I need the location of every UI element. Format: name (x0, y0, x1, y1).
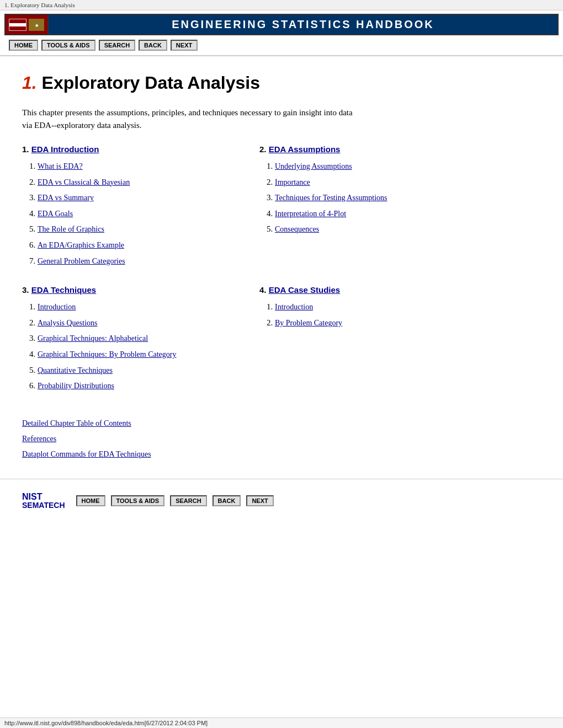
nav-buttons-row: HOME TOOLS & AIDS SEARCH BACK NEXT (4, 38, 559, 53)
list-item: Analysis Questions (38, 315, 237, 331)
section-item-link[interactable]: Analysis Questions (38, 319, 98, 327)
footer-link[interactable]: Dataplot Commands for EDA Techniques (22, 447, 475, 462)
section-list-eda-techniques: IntroductionAnalysis QuestionsGraphical … (22, 299, 237, 394)
list-item: EDA vs Classical & Bayesian (38, 174, 237, 190)
tools-button[interactable]: TOOLS & AIDS (41, 40, 95, 51)
section-item-link[interactable]: Techniques for Testing Assumptions (275, 194, 387, 202)
list-item: The Role of Graphics (38, 221, 237, 237)
nist-text: NIST (22, 493, 42, 501)
section-link-eda-intro[interactable]: EDA Introduction (31, 144, 99, 154)
list-item: Introduction (275, 299, 475, 315)
bottom-back-button[interactable]: BACK (213, 495, 241, 506)
section-item-link[interactable]: Consequences (275, 225, 319, 233)
section-link-eda-assumptions[interactable]: EDA Assumptions (269, 144, 341, 154)
nav-banner: ★ ENGINEERING STATISTICS HANDBOOK (4, 14, 559, 35)
intro-paragraph: This chapter presents the assumptions, p… (22, 106, 353, 131)
section-item-link[interactable]: General Problem Categories (38, 257, 125, 265)
top-nav-bar: ★ ENGINEERING STATISTICS HANDBOOK HOME T… (0, 14, 563, 56)
section-item-link[interactable]: Introduction (38, 303, 76, 311)
list-item: Quantitative Techniques (38, 362, 237, 378)
list-item: Consequences (275, 221, 475, 237)
bottom-search-button[interactable]: SEARCH (170, 495, 206, 506)
section-item-link[interactable]: By Problem Category (275, 319, 342, 327)
section-item-link[interactable]: Interpretation of 4-Plot (275, 210, 346, 218)
list-item: EDA vs Summary (38, 190, 237, 206)
svg-text:★: ★ (35, 23, 39, 28)
section-item-link[interactable]: Graphical Techniques: Alphabetical (38, 334, 148, 342)
list-item: Graphical Techniques: By Problem Categor… (38, 346, 237, 362)
section-item-link[interactable]: Quantitative Techniques (38, 366, 113, 374)
page-title-text: Exploratory Data Analysis (37, 73, 260, 93)
section-item-link[interactable]: EDA vs Classical & Bayesian (38, 178, 130, 186)
section-header-eda-assumptions: 2. EDA Assumptions (259, 144, 475, 154)
list-item: Introduction (38, 299, 237, 315)
list-item: Probability Distributions (38, 378, 237, 394)
nist-logo: NIST SEMATECH (22, 493, 65, 509)
browser-title: 1. Exploratory Data Analysis (0, 0, 563, 10)
list-item: Techniques for Testing Assumptions (275, 190, 475, 206)
section-item-link[interactable]: EDA Goals (38, 210, 73, 218)
sections-grid: 1. EDA IntroductionWhat is EDA?EDA vs Cl… (22, 144, 475, 399)
bottom-home-button[interactable]: HOME (76, 495, 105, 506)
list-item: What is EDA? (38, 158, 237, 174)
footer-link[interactable]: Detailed Chapter Table of Contents (22, 416, 475, 431)
bottom-tools-button[interactable]: TOOLS & AIDS (111, 495, 165, 506)
bottom-next-button[interactable]: NEXT (246, 495, 273, 506)
list-item: General Problem Categories (38, 253, 237, 269)
bottom-nav: NIST SEMATECH HOME TOOLS & AIDS SEARCH B… (22, 493, 541, 509)
emblem-icon: ★ (29, 19, 44, 31)
section-header-eda-intro: 1. EDA Introduction (22, 144, 237, 154)
main-content: 1. Exploratory Data Analysis This chapte… (0, 56, 497, 473)
section-eda-techniques: 3. EDA TechniquesIntroductionAnalysis Qu… (22, 285, 237, 394)
list-item: Importance (275, 174, 475, 190)
list-item: An EDA/Graphics Example (38, 237, 237, 253)
list-item: Graphical Techniques: Alphabetical (38, 330, 237, 346)
section-list-eda-intro: What is EDA?EDA vs Classical & BayesianE… (22, 158, 237, 269)
section-item-link[interactable]: Introduction (275, 303, 313, 311)
page-number: 1. (22, 73, 37, 93)
section-item-link[interactable]: What is EDA? (38, 162, 83, 170)
list-item: Interpretation of 4-Plot (275, 206, 475, 222)
section-item-link[interactable]: An EDA/Graphics Example (38, 241, 124, 249)
section-link-eda-techniques[interactable]: EDA Techniques (31, 285, 97, 295)
section-eda-intro: 1. EDA IntroductionWhat is EDA?EDA vs Cl… (22, 144, 237, 269)
search-button[interactable]: SEARCH (99, 40, 135, 51)
section-item-link[interactable]: The Role of Graphics (38, 225, 104, 233)
list-item: By Problem Category (275, 315, 475, 331)
page-title: 1. Exploratory Data Analysis (22, 73, 475, 93)
home-button[interactable]: HOME (9, 40, 38, 51)
footer-link[interactable]: References (22, 431, 475, 447)
section-item-link[interactable]: Graphical Techniques: By Problem Categor… (38, 350, 176, 358)
section-eda-assumptions: 2. EDA AssumptionsUnderlying Assumptions… (259, 144, 475, 269)
section-eda-case-studies: 4. EDA Case StudiesIntroductionBy Proble… (259, 285, 475, 394)
next-button[interactable]: NEXT (171, 40, 198, 51)
section-header-eda-techniques: 3. EDA Techniques (22, 285, 237, 295)
sematech-text: SEMATECH (22, 501, 65, 509)
section-list-eda-case-studies: IntroductionBy Problem Category (259, 299, 475, 330)
list-item: EDA Goals (38, 206, 237, 222)
section-list-eda-assumptions: Underlying AssumptionsImportanceTechniqu… (259, 158, 475, 237)
logo-area: ★ (6, 15, 49, 34)
section-item-link[interactable]: Underlying Assumptions (275, 162, 352, 170)
back-button[interactable]: BACK (139, 40, 167, 51)
handbook-title: ENGINEERING STATISTICS HANDBOOK (49, 15, 557, 34)
section-header-eda-case-studies: 4. EDA Case Studies (259, 285, 475, 295)
flag-icon (9, 19, 26, 31)
section-item-link[interactable]: Probability Distributions (38, 382, 114, 390)
footer-links: Detailed Chapter Table of ContentsRefere… (22, 416, 475, 462)
section-item-link[interactable]: EDA vs Summary (38, 194, 94, 202)
list-item: Underlying Assumptions (275, 158, 475, 174)
section-link-eda-case-studies[interactable]: EDA Case Studies (269, 285, 341, 295)
section-item-link[interactable]: Importance (275, 178, 310, 186)
